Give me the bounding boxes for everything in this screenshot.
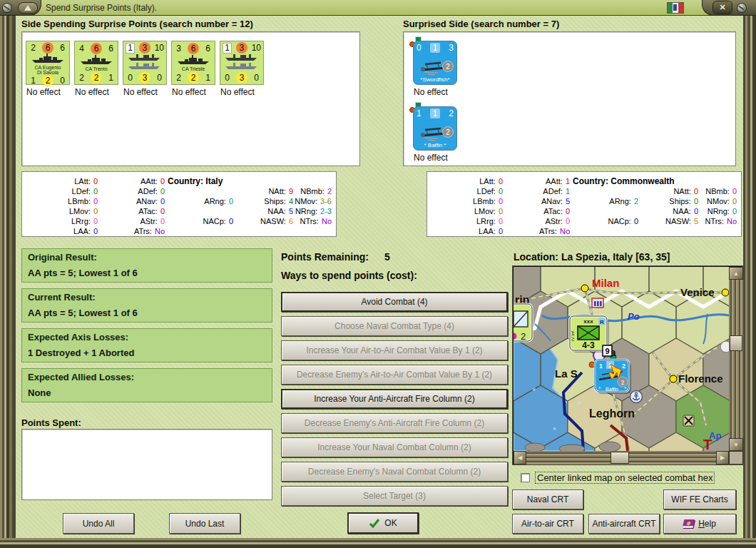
expected-axis-losses-box: Expected Axis Losses: 1 Destroyed + 1 Ab… xyxy=(21,328,272,362)
map-hscrollbar[interactable]: ◀ ▶ xyxy=(514,451,729,465)
counter-bottom-left: 0 xyxy=(126,73,135,83)
stat-italy-nbmb: NBmb:2 xyxy=(293,187,332,197)
unit-counter-ca-trento[interactable]: 466CA Trento221 xyxy=(74,41,118,85)
stat-label: AStr: xyxy=(140,217,157,227)
stat-label: Ships: xyxy=(264,197,286,207)
center-map-checkbox[interactable] xyxy=(521,473,530,482)
stat-label: AStr: xyxy=(545,217,562,227)
spend-button-increase-your-anti-aircraft-fire-column-2[interactable]: Increase Your Anti-Aircraft Fire Column … xyxy=(281,389,508,409)
scrollbar-corner xyxy=(729,451,743,465)
scroll-left-button[interactable]: ◀ xyxy=(514,451,526,465)
counter-bottom-mid-circle: 2 xyxy=(91,72,102,83)
map-vscrollbar[interactable]: ▲ ▼ xyxy=(729,267,743,451)
unit-counter-baffin[interactable]: 1122* Baffin * xyxy=(413,106,457,151)
help-book-icon xyxy=(683,519,695,528)
stat-cw-atrs: ATrs:No xyxy=(503,227,570,237)
army-counter-r: R xyxy=(600,319,604,325)
spend-button-increase-your-air-to-air-combat-value-by-1-2[interactable]: Increase Your Air-to-Air Combat Value By… xyxy=(281,340,508,360)
expected-axis-losses-value: 1 Destroyed + 1 Aborted xyxy=(28,347,266,358)
scroll-down-button[interactable]: ▼ xyxy=(729,438,743,451)
stat-italy-lbmb: LBmb:0 xyxy=(24,197,98,207)
air-to-air-crt-button[interactable]: Air-to-air CRT xyxy=(512,514,583,534)
scroll-right-button[interactable]: ▶ xyxy=(716,451,729,465)
unit-counter-convoy[interactable]: 1310030 xyxy=(220,41,264,85)
titlebar-shade-button[interactable] xyxy=(19,3,37,13)
current-result-title: Current Result: xyxy=(28,292,266,303)
unit-name: CA EugenioDi Savoia xyxy=(35,65,61,75)
svg-text:×: × xyxy=(553,425,556,432)
counter-top-left: 3 xyxy=(174,44,183,54)
help-button[interactable]: Help xyxy=(663,514,736,534)
spend-button-select-target-3[interactable]: Select Target (3) xyxy=(281,486,508,506)
counter-top-mid-circle: 6 xyxy=(42,42,53,54)
points-spent-listbox[interactable] xyxy=(21,429,272,500)
titlebar[interactable]: Spend Surprise Points (Italy). ✕ xyxy=(0,0,756,16)
unit-counter-swordfish[interactable]: 0132*Swordfish* xyxy=(413,41,457,85)
counter-top-mid-circle: 6 xyxy=(188,43,199,54)
naval-crt-button[interactable]: Naval CRT xyxy=(512,489,583,509)
counter-top-left: 4 xyxy=(77,44,86,54)
italy-stats-panel: LAtt:0LDef:0LBmb:0LMov:0LRrg:0LAA:0AAtt:… xyxy=(21,171,337,237)
unit-counter-ca-trieste[interactable]: 366CA Trieste221 xyxy=(171,41,215,85)
window-title: Spend Surprise Points (Italy). xyxy=(46,3,157,13)
stat-value: 1 xyxy=(566,187,570,197)
counter-top-mid-box: 1 xyxy=(430,43,440,53)
spend-button-decrease-enemy-s-anti-aircraft-fire-column-2[interactable]: Decrease Enemy's Anti-Aircraft Fire Colu… xyxy=(281,413,508,433)
unit-effect-label: No effect xyxy=(26,87,74,97)
partial-air-counter[interactable]: 2 xyxy=(514,304,532,342)
stat-cw-anav: ANav:5 xyxy=(503,197,570,207)
stat-label: LBmb: xyxy=(473,197,496,207)
counter-top-row: 1310 xyxy=(220,42,263,54)
close-button[interactable]: ✕ xyxy=(713,1,732,14)
hscroll-thumb[interactable] xyxy=(611,452,629,464)
counter-top-left: 2 xyxy=(29,43,38,53)
stat-label: NMov: xyxy=(707,197,730,207)
partial-counter-value: 2 xyxy=(521,331,526,342)
stat-cw-natt: NAtt:0 xyxy=(638,187,698,197)
counter-art xyxy=(220,54,263,72)
scroll-up-button[interactable]: ▲ xyxy=(729,267,743,280)
anti-aircraft-crt-button[interactable]: Anti-aircraft CRT xyxy=(588,514,660,534)
unit-counter-convoy[interactable]: 1310030 xyxy=(123,41,167,85)
center-map-checkbox-row: Center linked map on selected combat hex xyxy=(521,472,715,484)
spend-button-label: Increase Your Anti-Aircraft Fire Column … xyxy=(314,394,474,404)
spend-button-avoid-combat-4[interactable]: Avoid Combat (4) xyxy=(281,292,508,312)
unit-name: *Swordfish* xyxy=(414,76,456,83)
undo-last-button[interactable]: Undo Last xyxy=(169,513,240,534)
spend-button-increase-your-naval-combat-column-2[interactable]: Increase Your Naval Combat Column (2) xyxy=(281,437,508,457)
right-panel-heading: Surprised Side (search number = 7) xyxy=(403,19,559,29)
spending-side-units-panel: 266CA EugenioDi Savoia120No effect466CA … xyxy=(21,31,360,166)
stat-value: 0 xyxy=(160,207,165,217)
undo-all-button[interactable]: Undo All xyxy=(63,513,134,534)
wif-fe-charts-button[interactable]: WIF FE Charts xyxy=(663,489,736,509)
center-map-checkbox-label[interactable]: Center linked map on selected combat hex xyxy=(535,472,715,484)
stat-label: NBmb: xyxy=(705,187,730,197)
counter-top-right: 10 xyxy=(252,43,261,53)
army-counter-xxx: xxx xyxy=(583,318,593,325)
unit-effect-label: No effect xyxy=(414,87,465,97)
ok-button[interactable]: OK xyxy=(347,512,419,534)
counter-top-right: 3 xyxy=(449,43,454,53)
counter-bottom-row: 221 xyxy=(75,71,118,83)
undo-last-label: Undo Last xyxy=(185,519,225,529)
close-icon: ✕ xyxy=(719,3,725,11)
stat-italy-adef: ADef:0 xyxy=(98,187,165,197)
spend-button-label: Decrease Enemy's Air-to-Air Combat Value… xyxy=(297,370,492,380)
counter-top-right: 2 xyxy=(449,108,454,118)
expected-axis-losses-title: Expected Axis Losses: xyxy=(28,332,266,342)
stat-cw-astr: AStr:0 xyxy=(503,217,570,227)
svg-text:×: × xyxy=(532,386,536,393)
counter-art: CA EugenioDi Savoia xyxy=(26,54,69,75)
map-view[interactable]: ××× xyxy=(514,267,729,451)
stat-value: 0 xyxy=(732,187,737,197)
map-location-label: Location: La Spezia, Italy [63, 35] xyxy=(514,251,670,263)
stat-label: ADef: xyxy=(138,187,158,197)
vscroll-thumb[interactable] xyxy=(730,335,742,351)
spend-button-choose-naval-combat-type-4[interactable]: Choose Naval Combat Type (4) xyxy=(281,316,508,336)
unit-counter-ca-eugenio-di-savoia[interactable]: 266CA EugenioDi Savoia120 xyxy=(26,41,70,85)
spend-button-decrease-enemy-s-air-to-air-combat-value-by-1-2[interactable]: Decrease Enemy's Air-to-Air Combat Value… xyxy=(281,365,508,385)
stat-label: LRrg: xyxy=(71,217,91,227)
baffin-map-counter[interactable]: 1 1 2 2 * Baffin * xyxy=(595,360,631,394)
spend-button-decrease-enemy-s-naval-combat-column-2[interactable]: Decrease Enemy's Naval Combat Column (2) xyxy=(281,462,508,482)
counter-top-right: 10 xyxy=(155,43,164,53)
